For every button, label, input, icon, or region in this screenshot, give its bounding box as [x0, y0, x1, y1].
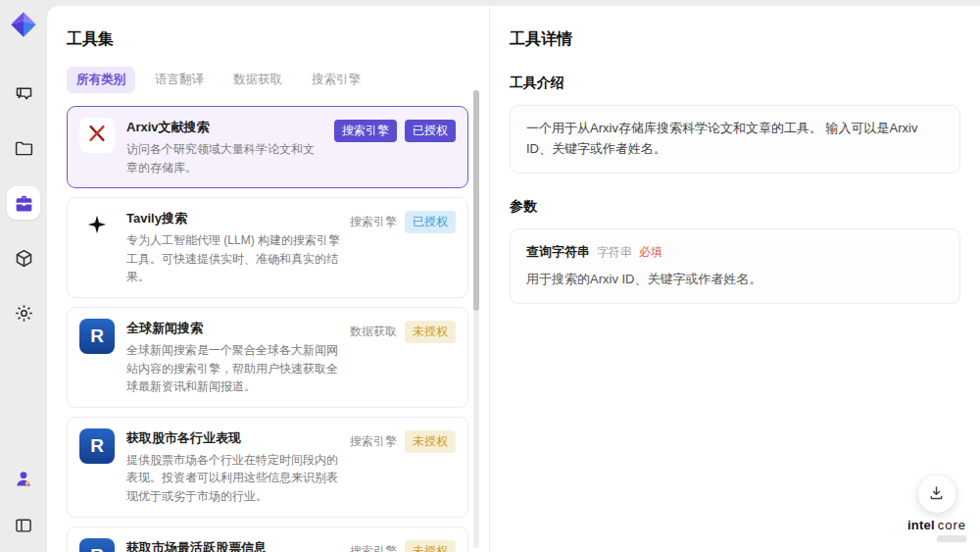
tool-name: 获取股市各行业表现	[126, 429, 340, 447]
tools-list-panel: 工具集 所有类别语言翻译数据获取搜索引擎 Arxiv文献搜索 访问各个研究领域大…	[47, 6, 490, 552]
intel-wordmark: intel	[907, 518, 935, 532]
category-tab-1[interactable]: 语言翻译	[145, 67, 214, 93]
tool-card[interactable]: R 全球新闻搜索 全球新闻搜索是一个聚合全球各大新闻网站内容的搜索引擎，帮助用户…	[67, 307, 468, 408]
param-required-badge: 必填	[639, 243, 662, 262]
tool-name: Tavily搜索	[126, 210, 340, 227]
tavily-star-icon	[86, 214, 108, 239]
sidebar-bottom	[7, 462, 40, 542]
tool-list: Arxiv文献搜索 访问各个研究领域大量科学论文和文章的存储库。 搜索引擎 已授…	[67, 106, 468, 552]
main-content: 工具集 所有类别语言翻译数据获取搜索引擎 Arxiv文献搜索 访问各个研究领域大…	[47, 6, 980, 552]
tool-detail-panel: 工具详情 工具介绍 一个用于从Arxiv存储库搜索科学论文和文章的工具。 输入可…	[490, 6, 980, 552]
briefcase-icon	[14, 193, 34, 214]
list-scrollbar[interactable]	[473, 90, 479, 548]
tool-card[interactable]: Tavily搜索 专为人工智能代理 (LLM) 构建的搜索引擎工具。可快速提供实…	[67, 197, 468, 298]
intel-ultra-mark	[937, 535, 966, 542]
sidebar-nav	[7, 76, 40, 329]
tool-icon	[79, 118, 115, 153]
gear-icon	[14, 303, 34, 324]
tool-name: 全球新闻搜索	[126, 320, 340, 337]
auth-status-badge: 未授权	[405, 540, 456, 552]
category-tabs: 所有类别语言翻译数据获取搜索引擎	[67, 67, 489, 93]
sidebar-item-settings[interactable]	[7, 296, 40, 329]
tool-icon	[79, 209, 115, 244]
floating-controls: intelcore	[907, 476, 966, 542]
auth-status-badge: 已授权	[405, 120, 456, 142]
app-logo[interactable]	[9, 10, 38, 39]
blue-r-logo-icon: R	[90, 436, 104, 455]
tool-icon: R	[79, 428, 115, 464]
category-tab-0[interactable]: 所有类别	[67, 67, 135, 93]
category-tab-2[interactable]: 数据获取	[223, 67, 292, 93]
detail-title: 工具详情	[510, 29, 960, 50]
sidebar-item-chat[interactable]	[7, 76, 40, 110]
chat-icon	[14, 83, 34, 104]
param-type: 字符串	[597, 243, 632, 262]
auth-status-badge: 未授权	[405, 321, 456, 343]
blue-r-logo-icon: R	[90, 326, 104, 345]
tool-card[interactable]: R 获取市场最活跃股票信息 提供当天交易量最高的股票列表，投资者可以利用这些信息…	[67, 527, 468, 552]
category-tab-3[interactable]: 搜索引擎	[302, 67, 370, 93]
param-header: 查询字符串 字符串 必填	[526, 242, 944, 263]
param-box: 查询字符串 字符串 必填 用于搜索的Arxiv ID、关键字或作者姓名。	[510, 228, 960, 305]
sidebar-item-files[interactable]	[7, 131, 40, 165]
folder-icon	[14, 138, 34, 159]
params-heading: 参数	[510, 198, 960, 216]
tool-description: 专为人工智能代理 (LLM) 构建的搜索引擎工具。可快速提供实时、准确和真实的结…	[126, 231, 340, 286]
tool-description: 访问各个研究领域大量科学论文和文章的存储库。	[126, 140, 324, 176]
panel-collapse-icon	[14, 516, 33, 535]
tool-name: Arxiv文献搜索	[126, 119, 324, 136]
download-button[interactable]	[918, 476, 956, 513]
auth-status-badge: 未授权	[405, 430, 456, 453]
category-tag: 搜索引擎	[350, 543, 397, 552]
scrollbar-thumb[interactable]	[473, 90, 479, 311]
tool-name: 获取市场最活跃股票信息	[126, 539, 340, 552]
app-window: 工具集 所有类别语言翻译数据获取搜索引擎 Arxiv文献搜索 访问各个研究领域大…	[0, 0, 980, 552]
intro-heading: 工具介绍	[510, 75, 960, 92]
arxiv-logo-icon	[86, 123, 108, 148]
blue-r-logo-icon: R	[90, 546, 104, 552]
category-tag: 搜索引擎	[350, 214, 397, 230]
tool-intro-box: 一个用于从Arxiv存储库搜索科学论文和文章的工具。 输入可以是Arxiv ID…	[510, 105, 960, 174]
intel-core-logo: intelcore	[907, 519, 966, 542]
page-title: 工具集	[67, 29, 489, 50]
gem-logo-icon	[10, 11, 37, 38]
tool-card[interactable]: R 获取股市各行业表现 提供股票市场各个行业在特定时间段内的表现。投资者可以利用…	[67, 417, 468, 518]
param-description: 用于搜索的Arxiv ID、关键字或作者姓名。	[526, 270, 944, 290]
cube-icon	[14, 248, 34, 269]
category-tag: 数据获取	[350, 324, 397, 340]
tool-icon: R	[79, 319, 115, 354]
download-icon	[928, 484, 945, 504]
sidebar	[0, 0, 47, 552]
tool-intro-text: 一个用于从Arxiv存储库搜索科学论文和文章的工具。 输入可以是Arxiv ID…	[526, 119, 944, 160]
core-wordmark: core	[938, 518, 966, 532]
sidebar-item-tools[interactable]	[7, 186, 40, 220]
user-avatar[interactable]	[7, 462, 40, 495]
tool-description: 全球新闻搜索是一个聚合全球各大新闻网站内容的搜索引擎，帮助用户快速获取全球最新资…	[126, 341, 340, 396]
tool-icon: R	[79, 538, 115, 552]
category-tag: 搜索引擎	[350, 433, 397, 450]
sidebar-item-models[interactable]	[7, 241, 40, 275]
collapse-sidebar-button[interactable]	[7, 509, 40, 542]
user-avatar-icon	[14, 469, 33, 488]
tool-card[interactable]: Arxiv文献搜索 访问各个研究领域大量科学论文和文章的存储库。 搜索引擎 已授…	[67, 106, 468, 188]
auth-status-badge: 已授权	[405, 211, 456, 233]
category-tag: 搜索引擎	[334, 120, 397, 142]
tool-description: 提供股票市场各个行业在特定时间段内的表现。投资者可以利用这些信息来识别表现优于或…	[126, 451, 340, 506]
param-name: 查询字符串	[526, 242, 590, 263]
